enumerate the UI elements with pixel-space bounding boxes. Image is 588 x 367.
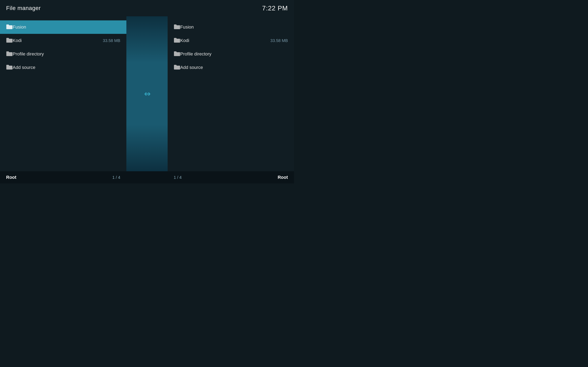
right-footer-label: Root [278,175,288,180]
item-name: Fusion [180,25,288,30]
item-name: Fusion [13,25,120,30]
folder-icon [6,38,13,44]
folder-icon [6,51,13,57]
center-divider: ⇔ [126,16,168,171]
header: File manager 7:22 PM [0,0,294,16]
footer-right: 1 / 4 Root [168,171,294,184]
item-size: 33.58 MB [103,38,121,43]
item-name: Profile directory [180,51,288,57]
item-name: Kodi [180,38,270,43]
footer-left: Root 1 / 4 [0,171,126,184]
list-item[interactable]: Fusion [0,20,126,34]
right-panel: Fusion Kodi33.58 MB Profile directory Ad… [168,16,294,171]
list-item[interactable]: Kodi33.58 MB [0,34,126,47]
folder-icon [174,24,180,30]
list-item[interactable]: Add source [0,61,126,74]
folder-icon [174,64,180,71]
item-name: Add source [180,65,288,70]
left-footer-page: 1 / 4 [112,175,120,180]
left-panel: Fusion Kodi33.58 MB Profile directory Ad… [0,16,126,171]
list-item[interactable]: Fusion [168,20,294,34]
footer: Root 1 / 4 1 / 4 Root [0,171,294,184]
list-item[interactable]: Kodi33.58 MB [168,34,294,47]
list-item[interactable]: Profile directory [0,47,126,61]
left-footer-label: Root [6,175,16,180]
list-item[interactable]: Profile directory [168,47,294,61]
right-footer-page: 1 / 4 [174,175,182,180]
swap-icon: ⇔ [144,89,150,98]
item-size: 33.58 MB [270,38,288,43]
main-content: Fusion Kodi33.58 MB Profile directory Ad… [0,16,294,171]
list-item[interactable]: Add source [168,61,294,74]
clock: 7:22 PM [262,4,288,12]
folder-icon [174,38,180,44]
item-name: Add source [13,65,120,70]
folder-icon [6,64,13,71]
folder-icon [6,24,13,30]
item-name: Kodi [13,38,103,43]
item-name: Profile directory [13,51,120,57]
footer-center [126,171,168,184]
folder-icon [174,51,180,57]
page-title: File manager [6,5,41,11]
